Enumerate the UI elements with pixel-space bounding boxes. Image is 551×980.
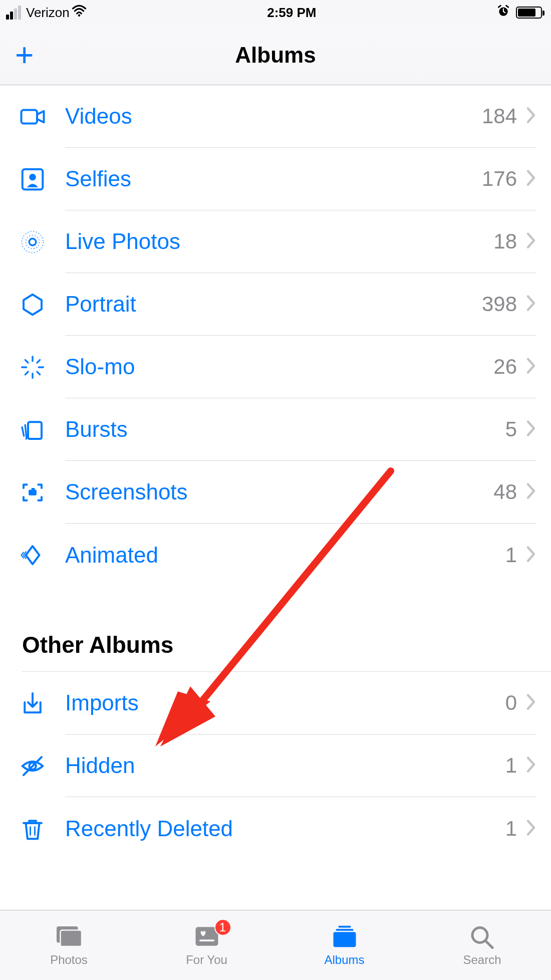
row-portrait[interactable]: Portrait 398 <box>0 273 551 336</box>
row-count: 18 <box>493 229 517 254</box>
row-label: Screenshots <box>65 479 493 505</box>
svg-point-5 <box>29 238 36 246</box>
carrier-label: Verizon <box>26 5 70 21</box>
tab-albums[interactable]: Albums <box>276 910 413 980</box>
svg-point-7 <box>22 231 44 253</box>
svg-point-30 <box>472 927 487 942</box>
tab-label: Albums <box>324 953 364 967</box>
svg-rect-18 <box>32 488 35 491</box>
status-bar: Verizon 2:59 PM <box>0 0 551 25</box>
row-label: Hidden <box>65 753 505 778</box>
row-recently-deleted[interactable]: Recently Deleted 1 <box>0 797 551 860</box>
row-count: 398 <box>482 292 517 316</box>
row-videos[interactable]: Videos 184 <box>0 85 551 148</box>
live-photos-icon <box>0 228 65 256</box>
animated-icon <box>0 542 65 569</box>
for-you-tab-icon: 1 <box>191 924 222 951</box>
tab-label: Photos <box>50 953 88 967</box>
other-albums-list: Imports 0 Hidden 1 Recently Deleted 1 <box>0 672 551 860</box>
svg-point-6 <box>26 235 40 249</box>
row-imports[interactable]: Imports 0 <box>0 672 551 734</box>
svg-line-13 <box>37 372 40 375</box>
svg-point-0 <box>78 14 80 17</box>
chevron-right-icon <box>526 545 536 565</box>
row-label: Videos <box>65 104 482 129</box>
svg-rect-27 <box>338 925 351 927</box>
row-label: Portrait <box>65 292 482 317</box>
tab-search[interactable]: Search <box>413 910 551 980</box>
row-animated[interactable]: Animated 1 <box>0 524 551 586</box>
albums-tab-icon <box>329 924 360 951</box>
media-types-list: Videos 184 Selfies 176 Live Photos 18 Po… <box>0 85 551 586</box>
row-count: 1 <box>505 543 517 567</box>
row-count: 0 <box>505 691 517 715</box>
chevron-right-icon <box>526 419 536 439</box>
slomo-icon <box>0 354 65 381</box>
tab-bar: Photos 1 For You Albums Search <box>0 910 551 980</box>
row-count: 1 <box>505 754 517 778</box>
chevron-right-icon <box>526 357 536 377</box>
import-icon <box>0 690 65 717</box>
chevron-right-icon <box>526 756 536 776</box>
screenshots-icon <box>0 479 65 506</box>
row-bursts[interactable]: Bursts 5 <box>0 398 551 461</box>
row-count: 176 <box>482 167 517 191</box>
clock-time: 2:59 PM <box>267 5 316 21</box>
video-icon <box>0 103 65 130</box>
svg-line-31 <box>486 941 492 948</box>
row-count: 5 <box>505 417 517 441</box>
add-button[interactable]: + <box>15 39 34 71</box>
chevron-right-icon <box>526 693 536 713</box>
page-title: Albums <box>235 43 316 68</box>
photos-tab-icon <box>54 924 85 951</box>
svg-rect-28 <box>336 929 353 931</box>
row-label: Animated <box>65 543 505 568</box>
row-hidden[interactable]: Hidden 1 <box>0 734 551 797</box>
row-count: 26 <box>493 355 517 379</box>
tab-label: Search <box>463 953 501 967</box>
search-tab-icon <box>467 924 498 951</box>
row-label: Imports <box>65 690 505 715</box>
bursts-icon <box>0 416 65 443</box>
badge: 1 <box>214 919 231 936</box>
nav-bar: + Albums <box>0 25 551 85</box>
battery-icon <box>516 7 542 19</box>
svg-rect-2 <box>22 110 38 123</box>
row-count: 48 <box>493 480 517 504</box>
row-label: Bursts <box>65 417 505 442</box>
section-header-other-albums: Other Albums <box>0 586 551 671</box>
svg-line-20 <box>24 757 42 775</box>
row-count: 1 <box>505 817 517 841</box>
svg-rect-29 <box>333 932 356 947</box>
chevron-right-icon <box>526 169 536 189</box>
svg-line-15 <box>25 372 28 375</box>
row-slo-mo[interactable]: Slo-mo 26 <box>0 336 551 398</box>
chevron-right-icon <box>526 482 536 502</box>
chevron-right-icon <box>526 294 536 314</box>
tab-photos[interactable]: Photos <box>0 910 138 980</box>
chevron-right-icon <box>526 106 536 126</box>
tab-label: For You <box>186 953 227 967</box>
row-label: Live Photos <box>65 229 493 254</box>
trash-icon <box>0 815 65 842</box>
row-selfies[interactable]: Selfies 176 <box>0 148 551 210</box>
portrait-icon <box>0 291 65 318</box>
row-label: Recently Deleted <box>65 816 505 841</box>
row-count: 184 <box>482 104 517 128</box>
wifi-icon <box>72 4 87 22</box>
chevron-right-icon <box>526 231 536 252</box>
chevron-right-icon <box>526 819 536 839</box>
row-label: Slo-mo <box>65 354 493 379</box>
signal-strength-icon <box>4 6 21 20</box>
row-live-photos[interactable]: Live Photos 18 <box>0 210 551 273</box>
svg-line-12 <box>25 360 28 363</box>
hidden-icon <box>0 753 65 780</box>
svg-line-14 <box>37 360 40 363</box>
svg-rect-24 <box>60 930 82 946</box>
svg-rect-26 <box>199 939 214 941</box>
svg-rect-17 <box>29 489 37 495</box>
svg-point-4 <box>29 173 36 180</box>
tab-for-you[interactable]: 1 For You <box>138 910 276 980</box>
row-label: Selfies <box>65 166 482 191</box>
row-screenshots[interactable]: Screenshots 48 <box>0 461 551 524</box>
